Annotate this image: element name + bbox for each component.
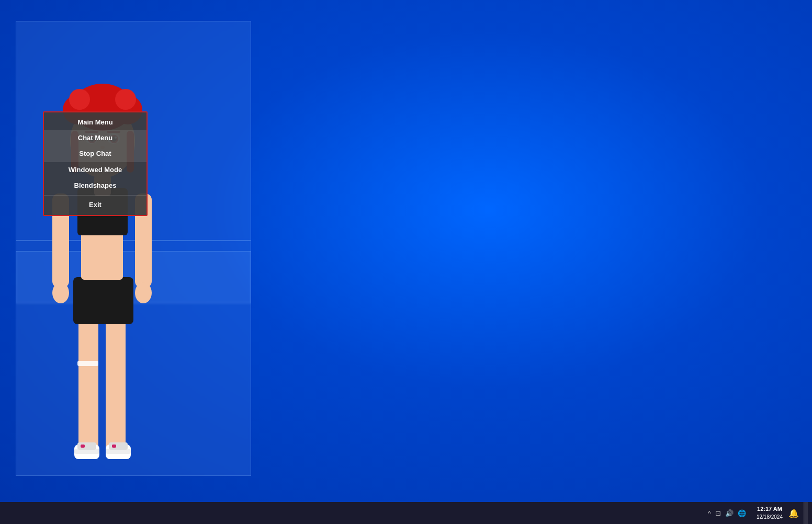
taskbar-clock[interactable]: 12:17 AM 12/18/2024 — [753, 505, 786, 520]
taskbar-date: 12/18/2024 — [757, 514, 783, 521]
taskbar-network-icon[interactable]: 🌐 — [738, 509, 746, 517]
taskbar-time: 12:17 AM — [757, 505, 782, 513]
svg-point-9 — [52, 282, 69, 303]
svg-point-17 — [115, 89, 136, 110]
svg-rect-1 — [106, 319, 126, 450]
windowed-mode-button[interactable]: Windowed Mode — [44, 162, 146, 178]
stop-chat-button[interactable]: Stop Chat — [44, 146, 146, 162]
svg-point-16 — [69, 89, 90, 110]
context-menu: Main Menu Chat Menu Stop Chat Windowed M… — [43, 111, 148, 216]
show-desktop-button[interactable] — [804, 502, 808, 524]
character-svg — [21, 26, 183, 497]
character-area — [0, 0, 256, 502]
character-figure — [21, 26, 183, 497]
svg-rect-32 — [81, 445, 85, 448]
taskbar-volume-icon[interactable]: 🔊 — [725, 509, 734, 517]
taskbar-caret-icon[interactable]: ^ — [708, 509, 711, 517]
svg-rect-2 — [77, 361, 98, 366]
svg-rect-31 — [77, 442, 96, 450]
blendshapes-button[interactable]: Blendshapes — [44, 178, 146, 193]
main-menu-button[interactable]: Main Menu — [44, 115, 146, 130]
menu-divider — [44, 195, 146, 196]
svg-rect-0 — [78, 319, 98, 450]
taskbar: ^ ⊡ 🔊 🌐 12:17 AM 12/18/2024 🔔 — [0, 502, 812, 524]
taskbar-system-icons: ^ ⊡ 🔊 🌐 — [704, 509, 750, 517]
svg-rect-36 — [112, 445, 116, 448]
exit-button[interactable]: Exit — [44, 197, 146, 213]
svg-rect-35 — [109, 442, 128, 450]
svg-point-10 — [135, 282, 152, 303]
taskbar-right-area: ^ ⊡ 🔊 🌐 12:17 AM 12/18/2024 🔔 — [704, 502, 808, 524]
svg-rect-3 — [73, 277, 133, 324]
taskbar-display-icon[interactable]: ⊡ — [715, 509, 721, 517]
taskbar-notification-icon[interactable]: 🔔 — [789, 508, 798, 518]
chat-menu-button[interactable]: Chat Menu — [44, 130, 146, 146]
